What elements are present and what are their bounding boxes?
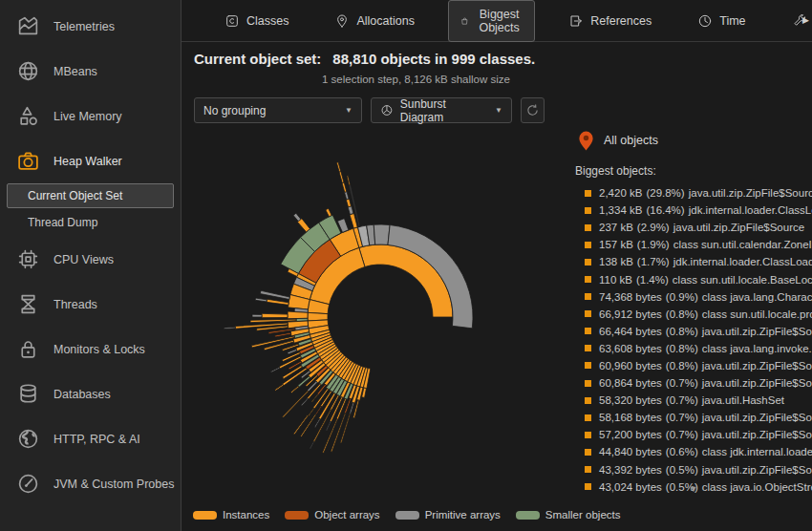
sunburst-segment[interactable] [314, 418, 320, 427]
primitive-arrays-swatch [395, 511, 419, 520]
sunburst-segment[interactable] [345, 192, 350, 200]
biggest-object-row[interactable]: 2,420 kB(29.8%)java.util.zip.ZipFile$Sou… [575, 184, 812, 202]
biggest-object-row[interactable]: 57,200 bytes(0.7%)java.util.zip.ZipFile$… [575, 426, 812, 443]
sunburst-segment[interactable] [275, 384, 284, 391]
biggest-object-row[interactable]: 1,334 kB(16.4%)jdk.internal.loader.Class… [575, 202, 812, 219]
biggest-object-row[interactable]: 63,608 bytes(0.8%)class java.lang.invoke… [575, 340, 812, 357]
sunburst-segment[interactable] [311, 394, 318, 402]
sunburst-segment[interactable] [293, 213, 301, 221]
tab-biggest-objects[interactable]: Biggest Objects [448, 0, 535, 42]
sunburst-segment[interactable] [374, 224, 390, 244]
biggest-object-row[interactable]: 58,320 bytes(0.7%)java.util.HashSet [575, 392, 812, 409]
sunburst-segment[interactable] [340, 414, 351, 443]
grouping-value: No grouping [203, 104, 266, 117]
all-objects-selection[interactable]: All objects [579, 128, 812, 153]
sidebar-item-jvm-custom-probes[interactable]: JVM & Custom Probes [0, 461, 181, 506]
object-bullet-icon [585, 397, 591, 404]
sunburst-segment[interactable] [252, 314, 262, 317]
object-pct: (0.7%) [666, 377, 698, 389]
more-tabs-chevron-icon[interactable]: ▶ [802, 15, 809, 25]
subitem-label: Thread Dump [28, 216, 97, 229]
sunburst-segment[interactable] [293, 415, 308, 435]
tab-classes[interactable]: Classes [212, 6, 301, 36]
sunburst-segment[interactable] [260, 290, 289, 299]
sidebar-item-heap-walker[interactable]: Heap Walker [0, 138, 181, 183]
sunburst-segment[interactable] [350, 403, 354, 414]
grouping-select[interactable]: No grouping ▼ [194, 97, 362, 123]
sunburst-segment[interactable] [315, 406, 321, 414]
classes-icon [224, 13, 240, 29]
sunburst-segment[interactable] [346, 199, 351, 207]
cpu-chip-icon [16, 247, 40, 271]
object-name: class jdk.internal.loader.B [702, 446, 812, 457]
scroll-more-chevron-icon[interactable]: ▼ [575, 484, 812, 494]
sunburst-segment[interactable] [310, 441, 313, 448]
tab-time[interactable]: Time [685, 6, 758, 36]
sunburst-chart[interactable] [187, 126, 588, 518]
biggest-object-row[interactable]: 60,960 bytes(0.8%)java.util.zip.ZipFile$… [575, 357, 812, 374]
biggest-object-row[interactable]: 237 kB(2.9%)java.util.zip.ZipFile$Source [575, 219, 812, 236]
sunburst-segment[interactable] [326, 421, 331, 430]
sunburst-segment[interactable] [326, 208, 331, 217]
biggest-object-row[interactable]: 43,392 bytes(0.5%)java.util.zip.ZipFile$… [575, 461, 812, 478]
biggest-object-row[interactable]: 60,864 bytes(0.7%)java.util.zip.ZipFile$… [575, 374, 812, 392]
view-mode-select[interactable]: Sunburst Diagram ▼ [371, 97, 512, 123]
object-bullet-icon [585, 345, 591, 351]
sunburst-segment[interactable] [339, 171, 344, 182]
tab-label: Allocations [356, 14, 414, 28]
sunburst-segment[interactable] [336, 162, 340, 172]
biggest-object-row[interactable]: 66,912 bytes(0.8%)class sun.util.locale.… [575, 306, 812, 323]
sidebar-item-telemetries[interactable]: Telemetries [0, 4, 181, 49]
tab-label: Classes [246, 14, 288, 28]
sunburst-segment[interactable] [291, 386, 299, 393]
object-pct: (0.8%) [666, 360, 698, 372]
telemetries-icon [16, 14, 40, 38]
sidebar-subitem-current-object-set[interactable]: Current Object Set [7, 183, 174, 208]
sidebar-item-monitors-locks[interactable]: Monitors & Locks [0, 327, 181, 372]
sunburst-segment[interactable] [348, 206, 353, 215]
biggest-object-row[interactable]: 44,840 bytes(0.6%)class jdk.internal.loa… [575, 443, 812, 460]
biggest-object-row[interactable]: 138 kB(1.7%)jdk.internal.loader.ClassLoa… [575, 253, 812, 270]
bag-icon [460, 13, 469, 29]
biggest-object-row[interactable]: 74,368 bytes(0.9%)class java.lang.Charac… [575, 288, 812, 306]
object-bullet-icon [585, 380, 591, 387]
tab-label: Time [719, 14, 745, 28]
sunburst-segment[interactable] [224, 327, 235, 329]
sidebar-subitem-thread-dump[interactable]: Thread Dump [7, 210, 174, 235]
legend-item-instances: Instances [193, 509, 269, 520]
biggest-object-row[interactable]: 110 kB(1.4%)class sun.util.locale.BaseLo… [575, 270, 812, 287]
biggest-object-row[interactable]: 66,464 bytes(0.8%)java.util.zip.ZipFile$… [575, 323, 812, 340]
tab-references[interactable]: References [556, 6, 664, 36]
object-pct: (1.9%) [637, 239, 670, 250]
sunburst-segment[interactable] [270, 367, 280, 372]
biggest-object-row[interactable]: 58,168 bytes(0.7%)java.util.zip.ZipFile$… [575, 409, 812, 426]
biggest-object-row[interactable]: 157 kB(1.9%)class sun.util.calendar.Zone… [575, 236, 812, 253]
sunburst-segment[interactable] [255, 298, 267, 302]
sunburst-segment[interactable] [267, 299, 288, 305]
sunburst-segment[interactable] [282, 352, 300, 362]
sidebar-item-cpu-views[interactable]: CPU Views [0, 237, 181, 282]
sunburst-segment[interactable] [275, 332, 291, 337]
sidebar-item-http-rpc-ai[interactable]: HTTP, RPC & AI [0, 416, 181, 461]
sunburst-segment[interactable] [283, 391, 309, 417]
object-bullet-icon [585, 207, 591, 214]
sunburst-segment[interactable] [308, 408, 314, 416]
sidebar-item-live-memory[interactable]: Live Memory [0, 94, 181, 138]
sunburst-segment[interactable] [301, 414, 316, 436]
legend-item-smaller-objects: Smaller objects [516, 509, 621, 520]
object-pct: (1.4%) [636, 274, 669, 286]
sidebar-item-threads[interactable]: Threads [0, 282, 181, 327]
refresh-button[interactable] [521, 97, 545, 123]
object-name: java.util.zip.ZipFile$Source [689, 187, 812, 199]
sunburst-segment[interactable] [288, 311, 308, 319]
sidebar-item-mbeans[interactable]: MBeans [0, 49, 181, 94]
sidebar: Telemetries MBeans Live Memory Heap Walk… [0, 0, 182, 531]
object-size: 43,392 bytes [599, 464, 662, 476]
sunburst-segment[interactable] [347, 176, 351, 185]
sunburst-segment[interactable] [342, 182, 347, 192]
tab-allocations[interactable]: Allocations [322, 6, 426, 36]
sunburst-segment[interactable] [301, 398, 308, 406]
export-icon [568, 13, 584, 29]
sunburst-segment[interactable] [262, 313, 288, 317]
sidebar-item-databases[interactable]: Databases [0, 372, 181, 416]
